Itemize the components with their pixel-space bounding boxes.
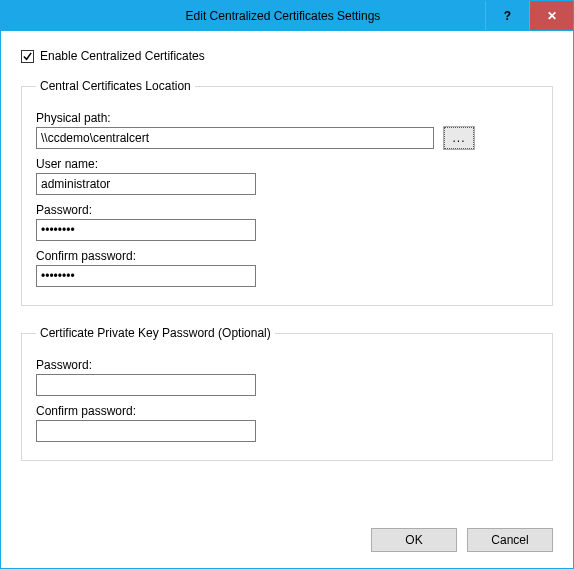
enable-row: Enable Centralized Certificates <box>21 49 553 63</box>
dialog-window: Edit Centralized Certificates Settings ?… <box>0 0 574 569</box>
ok-button-label: OK <box>405 533 422 547</box>
confirm-password-label: Confirm password: <box>36 249 538 263</box>
private-key-group: Certificate Private Key Password (Option… <box>21 326 553 461</box>
close-button[interactable]: ✕ <box>529 1 573 30</box>
footer-buttons: OK Cancel <box>371 528 553 552</box>
pk-confirm-input[interactable] <box>36 420 256 442</box>
enable-checkbox[interactable] <box>21 50 34 63</box>
enable-label: Enable Centralized Certificates <box>40 49 205 63</box>
pk-password-input[interactable] <box>36 374 256 396</box>
username-label: User name: <box>36 157 538 171</box>
username-input[interactable] <box>36 173 256 195</box>
physical-path-label: Physical path: <box>36 111 538 125</box>
checkmark-icon <box>22 51 33 62</box>
confirm-password-input[interactable] <box>36 265 256 287</box>
pk-password-label: Password: <box>36 358 538 372</box>
titlebar: Edit Centralized Certificates Settings ?… <box>1 1 573 31</box>
pk-confirm-label: Confirm password: <box>36 404 538 418</box>
password-input[interactable] <box>36 219 256 241</box>
window-title: Edit Centralized Certificates Settings <box>1 1 485 30</box>
physical-path-input[interactable] <box>36 127 434 149</box>
browse-button[interactable]: ... <box>444 127 474 149</box>
private-key-legend: Certificate Private Key Password (Option… <box>36 326 275 340</box>
cancel-button[interactable]: Cancel <box>467 528 553 552</box>
password-label: Password: <box>36 203 538 217</box>
window-body: Enable Centralized Certificates Central … <box>1 31 573 568</box>
ellipsis-icon: ... <box>452 131 465 145</box>
central-location-group: Central Certificates Location Physical p… <box>21 79 553 306</box>
close-icon: ✕ <box>547 9 557 23</box>
help-icon: ? <box>504 9 511 23</box>
central-location-legend: Central Certificates Location <box>36 79 195 93</box>
ok-button[interactable]: OK <box>371 528 457 552</box>
cancel-button-label: Cancel <box>491 533 528 547</box>
help-button[interactable]: ? <box>485 1 529 30</box>
